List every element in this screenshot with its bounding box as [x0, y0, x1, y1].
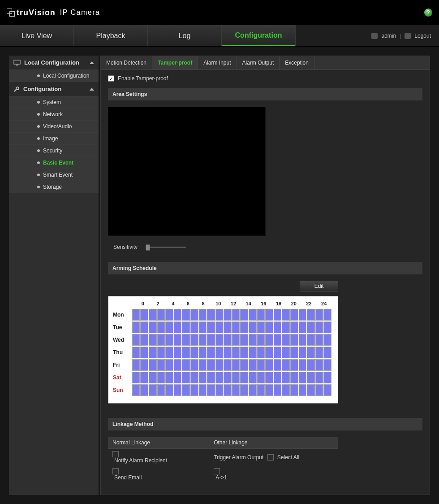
schedule-cell[interactable] [282, 334, 290, 346]
schedule-cell[interactable] [132, 384, 140, 396]
schedule-cell[interactable] [157, 384, 165, 396]
schedule-cell[interactable] [174, 372, 182, 383]
schedule-cell[interactable] [157, 309, 165, 321]
schedule-cells[interactable] [132, 347, 331, 358]
schedule-cell[interactable] [149, 347, 157, 358]
schedule-cell[interactable] [274, 322, 282, 333]
schedule-cell[interactable] [307, 334, 315, 346]
schedule-cell[interactable] [265, 384, 273, 396]
schedule-cells[interactable] [132, 359, 331, 371]
schedule-cell[interactable] [140, 309, 148, 321]
schedule-cell[interactable] [232, 359, 240, 371]
schedule-cell[interactable] [190, 347, 198, 358]
schedule-cell[interactable] [224, 322, 232, 333]
schedule-cell[interactable] [290, 359, 298, 371]
schedule-cell[interactable] [140, 322, 148, 333]
schedule-cell[interactable] [199, 334, 207, 346]
schedule-cell[interactable] [165, 347, 173, 358]
schedule-cell[interactable] [323, 309, 331, 321]
help-icon[interactable]: ? [424, 9, 432, 17]
send-email-checkbox[interactable] [112, 468, 119, 474]
schedule-cell[interactable] [165, 334, 173, 346]
schedule-cell[interactable] [207, 309, 215, 321]
schedule-cell[interactable] [199, 347, 207, 358]
schedule-cell[interactable] [307, 309, 315, 321]
schedule-cell[interactable] [224, 347, 232, 358]
schedule-cell[interactable] [240, 359, 248, 371]
slider-thumb[interactable] [146, 244, 150, 251]
schedule-cell[interactable] [182, 359, 190, 371]
sidebar-item-smart-event[interactable]: Smart Event [9, 169, 99, 181]
schedule-cell[interactable] [165, 384, 173, 396]
schedule-cell[interactable] [140, 334, 148, 346]
schedule-cell[interactable] [299, 322, 307, 333]
schedule-cell[interactable] [249, 384, 257, 396]
schedule-cell[interactable] [232, 384, 240, 396]
schedule-cell[interactable] [190, 384, 198, 396]
schedule-cell[interactable] [190, 334, 198, 346]
schedule-cell[interactable] [199, 309, 207, 321]
schedule-cell[interactable] [274, 359, 282, 371]
schedule-cell[interactable] [249, 359, 257, 371]
schedule-cell[interactable] [232, 372, 240, 383]
schedule-cell[interactable] [282, 384, 290, 396]
schedule-cell[interactable] [207, 347, 215, 358]
schedule-cell[interactable] [257, 334, 265, 346]
schedule-cell[interactable] [174, 359, 182, 371]
schedule-cell[interactable] [240, 309, 248, 321]
tab-alarm-output[interactable]: Alarm Output [237, 56, 280, 70]
schedule-cell[interactable] [190, 309, 198, 321]
schedule-cell[interactable] [274, 347, 282, 358]
schedule-cell[interactable] [224, 334, 232, 346]
schedule-cell[interactable] [299, 334, 307, 346]
schedule-cell[interactable] [132, 359, 140, 371]
schedule-cell[interactable] [299, 372, 307, 383]
schedule-cell[interactable] [282, 359, 290, 371]
sidebar-item-security[interactable]: Security [9, 145, 99, 157]
schedule-cell[interactable] [132, 334, 140, 346]
schedule-cell[interactable] [315, 309, 323, 321]
schedule-cell[interactable] [207, 372, 215, 383]
schedule-cell[interactable] [307, 384, 315, 396]
schedule-cell[interactable] [315, 322, 323, 333]
schedule-cell[interactable] [190, 359, 198, 371]
schedule-cell[interactable] [323, 372, 331, 383]
schedule-cell[interactable] [174, 347, 182, 358]
logout-link[interactable]: Logout [414, 33, 431, 39]
schedule-cell[interactable] [307, 359, 315, 371]
schedule-cell[interactable] [290, 384, 298, 396]
tab-exception[interactable]: Exception [280, 56, 314, 70]
schedule-cell[interactable] [257, 347, 265, 358]
sidebar-item-basic-event[interactable]: Basic Event [9, 157, 99, 169]
video-preview[interactable] [108, 107, 266, 236]
schedule-cell[interactable] [257, 372, 265, 383]
sidebar-item-system[interactable]: System [9, 96, 99, 109]
schedule-cell[interactable] [215, 322, 224, 333]
schedule-cell[interactable] [165, 322, 173, 333]
schedule-cell[interactable] [190, 372, 198, 383]
schedule-cell[interactable] [149, 334, 157, 346]
schedule-cell[interactable] [323, 322, 331, 333]
schedule-cell[interactable] [274, 372, 282, 383]
schedule-cell[interactable] [132, 372, 140, 383]
schedule-cell[interactable] [140, 372, 148, 383]
schedule-cell[interactable] [182, 309, 190, 321]
schedule-cell[interactable] [315, 372, 323, 383]
edit-button[interactable]: Edit [300, 281, 338, 291]
schedule-cell[interactable] [149, 384, 157, 396]
sidebar-section-local-config[interactable]: Local Configuration [9, 56, 99, 70]
schedule-cell[interactable] [207, 384, 215, 396]
sensitivity-slider[interactable] [146, 247, 186, 248]
select-all-checkbox[interactable] [267, 454, 274, 461]
schedule-cell[interactable] [182, 384, 190, 396]
schedule-cell[interactable] [257, 359, 265, 371]
schedule-cell[interactable] [207, 334, 215, 346]
schedule-cell[interactable] [240, 334, 248, 346]
schedule-cell[interactable] [323, 347, 331, 358]
schedule-cell[interactable] [257, 309, 265, 321]
schedule-cell[interactable] [157, 372, 165, 383]
schedule-cell[interactable] [215, 359, 224, 371]
schedule-cell[interactable] [265, 309, 273, 321]
schedule-cell[interactable] [315, 359, 323, 371]
schedule-cell[interactable] [199, 384, 207, 396]
